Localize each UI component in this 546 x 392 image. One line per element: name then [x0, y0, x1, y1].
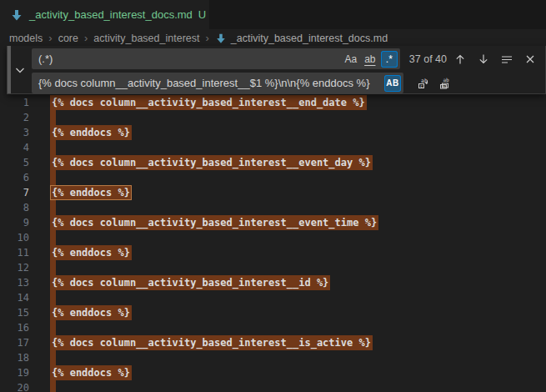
- previous-match-button[interactable]: [452, 50, 470, 68]
- find-match-empty-highlight: [50, 110, 56, 125]
- replace-all-button[interactable]: ab ac: [437, 74, 455, 93]
- editor-line[interactable]: 12: [0, 260, 546, 275]
- line-number: 13: [0, 275, 50, 290]
- line-content: [50, 380, 56, 392]
- line-content: [50, 230, 56, 245]
- line-content: [50, 350, 56, 365]
- find-widget-resize-sash[interactable]: [8, 46, 11, 93]
- svg-text:ab: ab: [443, 77, 450, 83]
- arrow-up-icon: [453, 53, 467, 66]
- line-content: [50, 290, 56, 305]
- editor-line[interactable]: 7{% enddocs %}: [0, 185, 546, 200]
- find-input[interactable]: (.*) Aa ab .*: [32, 48, 400, 69]
- line-number: 20: [0, 380, 50, 392]
- line-number: 3: [0, 125, 50, 140]
- line-number: 4: [0, 140, 50, 155]
- find-match-highlight: {% enddocs %}: [50, 245, 132, 260]
- line-content: [50, 110, 56, 125]
- editor-line[interactable]: 15{% enddocs %}: [0, 305, 546, 320]
- find-match-empty-highlight: [50, 320, 56, 335]
- editor-line[interactable]: 4: [0, 140, 546, 155]
- regex-toggle[interactable]: .*: [381, 51, 398, 68]
- find-match-empty-highlight: [50, 290, 56, 305]
- find-match-empty-highlight: [50, 140, 56, 155]
- editor-line[interactable]: 16: [0, 320, 546, 335]
- line-number: 2: [0, 110, 50, 125]
- find-match-highlight: {% docs column__activity_based_interest_…: [50, 95, 367, 110]
- find-match-empty-highlight: [50, 260, 56, 275]
- line-number: 6: [0, 170, 50, 185]
- editor-line[interactable]: 11{% enddocs %}: [0, 245, 546, 260]
- line-content: [50, 200, 56, 215]
- svg-text:c: c: [420, 83, 423, 88]
- line-content: {% enddocs %}: [50, 125, 132, 140]
- close-find-widget-button[interactable]: [522, 50, 540, 68]
- editor-pane[interactable]: 1{% docs column__activity_based_interest…: [0, 47, 546, 392]
- editor-line[interactable]: 19{% enddocs %}: [0, 365, 546, 380]
- find-input-value: (.*): [32, 53, 343, 65]
- line-content: {% docs column__activity_based_interest_…: [50, 155, 373, 170]
- find-nav-buttons: [447, 50, 545, 68]
- line-number: 16: [0, 320, 50, 335]
- editor-line[interactable]: 18: [0, 350, 546, 365]
- tab-filename: _activity_based_interest_docs.md: [29, 8, 193, 21]
- tab-active-file[interactable]: _activity_based_interest_docs.md U: [0, 0, 209, 29]
- line-number: 18: [0, 350, 50, 365]
- line-number: 11: [0, 245, 50, 260]
- editor-line[interactable]: 13{% docs column__activity_based_interes…: [0, 275, 546, 290]
- next-match-button[interactable]: [475, 50, 493, 68]
- line-number: 17: [0, 335, 50, 350]
- editor-line[interactable]: 3{% enddocs %}: [0, 125, 546, 140]
- find-match-highlight: {% docs column__activity_based_interest_…: [50, 275, 330, 290]
- breadcrumb-item-file[interactable]: _activity_based_interest_docs.md: [215, 33, 388, 44]
- find-in-selection-button[interactable]: [498, 50, 517, 68]
- line-content: {% docs column__activity_based_interest_…: [50, 275, 330, 290]
- line-content: {% docs column__activity_based_interest_…: [50, 95, 367, 110]
- line-content: {% docs column__activity_based_interest_…: [50, 215, 378, 230]
- toggle-replace-button[interactable]: [13, 63, 27, 77]
- editor-line[interactable]: 2: [0, 110, 546, 125]
- close-icon: [523, 53, 537, 66]
- arrow-down-icon: [477, 53, 490, 66]
- editor-line[interactable]: 8: [0, 200, 546, 215]
- editor-line[interactable]: 5{% docs column__activity_based_interest…: [0, 155, 546, 170]
- find-match-highlight: {% docs column__activity_based_interest_…: [50, 215, 378, 230]
- editor-line[interactable]: 14: [0, 290, 546, 305]
- breadcrumb-item-activity-based-interest[interactable]: activity_based_interest: [93, 33, 199, 44]
- line-number: 14: [0, 290, 50, 305]
- editor-line[interactable]: 9{% docs column__activity_based_interest…: [0, 215, 546, 230]
- line-content: {% enddocs %}: [50, 245, 132, 260]
- find-match-highlight: {% enddocs %}: [50, 185, 132, 200]
- find-match-empty-highlight: [50, 200, 56, 215]
- find-match-empty-highlight: [50, 380, 56, 392]
- replace-input[interactable]: {% docs column__activity_based_interest_…: [32, 73, 403, 93]
- breadcrumb-item-models[interactable]: models: [9, 33, 43, 44]
- line-content: {% enddocs %}: [50, 185, 132, 200]
- line-number: 12: [0, 260, 50, 275]
- line-number: 9: [0, 215, 50, 230]
- replace-input-value: {% docs column__activity_based_interest_…: [32, 77, 384, 89]
- editor-line[interactable]: 20: [0, 380, 546, 392]
- editor-line[interactable]: 1{% docs column__activity_based_interest…: [0, 95, 546, 110]
- match-count: 37 of 40: [409, 53, 447, 65]
- whole-word-toggle[interactable]: ab: [362, 51, 378, 68]
- find-match-highlight: {% enddocs %}: [50, 125, 132, 140]
- editor-line[interactable]: 10: [0, 230, 546, 245]
- breadcrumb-separator: ›: [84, 32, 88, 44]
- preserve-case-toggle[interactable]: AB: [384, 75, 401, 92]
- line-number: 5: [0, 155, 50, 170]
- replace-buttons: ab c ab ac: [412, 74, 455, 93]
- replace-one-button[interactable]: ab c: [415, 74, 433, 93]
- match-case-toggle[interactable]: Aa: [343, 51, 359, 68]
- find-match-highlight: {% docs column__activity_based_interest_…: [50, 335, 373, 350]
- replace-all-icon: ab ac: [438, 77, 452, 90]
- line-content: [50, 170, 56, 185]
- editor-line[interactable]: 6: [0, 170, 546, 185]
- breadcrumb-item-core[interactable]: core: [58, 33, 78, 44]
- editor-line[interactable]: 17{% docs column__activity_based_interes…: [0, 335, 546, 350]
- editor-lines: 1{% docs column__activity_based_interest…: [0, 95, 546, 392]
- find-match-highlight: {% enddocs %}: [50, 305, 132, 320]
- find-match-empty-highlight: [50, 170, 56, 185]
- line-content: {% enddocs %}: [50, 365, 132, 380]
- svg-text:ac: ac: [442, 83, 447, 88]
